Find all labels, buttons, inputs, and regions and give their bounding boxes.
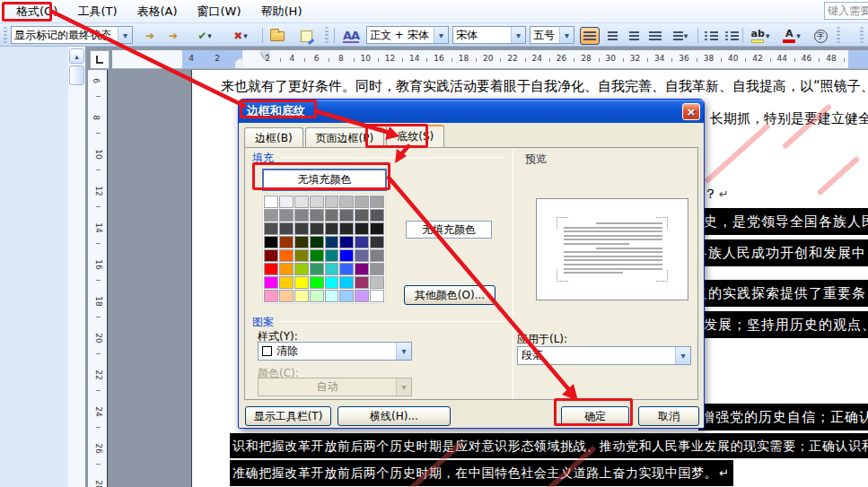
font-combo[interactable]: 宋体 ▾ [452, 26, 526, 44]
scrollbar-thumb[interactable] [69, 65, 84, 85]
palette-swatch[interactable] [264, 196, 278, 208]
palette-swatch[interactable] [325, 290, 339, 302]
palette-swatch[interactable] [279, 249, 294, 262]
pattern-style-combo[interactable]: 清除 ▾ [258, 342, 412, 361]
palette-swatch[interactable] [355, 222, 369, 235]
palette-swatch[interactable] [325, 222, 339, 235]
toolbar-grip[interactable] [4, 27, 7, 43]
palette-swatch[interactable] [339, 222, 354, 235]
menu-tools[interactable]: 工具(T) [68, 1, 127, 22]
palette-swatch[interactable] [310, 276, 324, 289]
previous-change-button[interactable]: ➔ [140, 27, 160, 45]
palette-swatch[interactable] [294, 209, 309, 222]
palette-swatch[interactable] [339, 263, 354, 275]
vertical-ruler[interactable]: 6810121416182022242628 [88, 70, 108, 487]
align-distribute-button[interactable] [645, 27, 665, 45]
palette-swatch[interactable] [264, 249, 278, 262]
palette-swatch[interactable] [370, 236, 384, 248]
display-for-review-combo[interactable]: 显示标记的最终状态 ▾ [11, 26, 133, 44]
font-size-combo[interactable]: 五号 ▾ [530, 26, 574, 44]
chevron-down-icon[interactable]: ▾ [684, 31, 688, 40]
next-change-button[interactable]: ➔ [163, 27, 183, 45]
palette-swatch[interactable] [264, 209, 278, 222]
accept-change-button[interactable]: ✔▾ [190, 27, 219, 45]
palette-swatch[interactable] [310, 196, 324, 208]
palette-swatch[interactable] [355, 196, 369, 208]
palette-swatch[interactable] [355, 209, 369, 222]
palette-swatch[interactable] [310, 249, 324, 262]
palette-swatch[interactable] [310, 236, 324, 248]
palette-swatch[interactable] [279, 222, 294, 235]
palette-swatch[interactable] [264, 222, 278, 235]
palette-swatch[interactable] [325, 209, 339, 222]
chevron-down-icon[interactable]: ▾ [243, 31, 248, 40]
chevron-down-icon[interactable]: ▾ [207, 31, 212, 40]
palette-swatch[interactable] [310, 209, 324, 222]
palette-swatch[interactable] [294, 196, 309, 208]
palette-swatch[interactable] [370, 196, 384, 208]
palette-swatch[interactable] [370, 290, 384, 302]
type-question-box[interactable]: 键入需要 [824, 2, 868, 20]
palette-swatch[interactable] [339, 209, 354, 222]
horizontal-ruler[interactable]: 4224681012141618202224262830323436384042… [112, 50, 868, 69]
palette-swatch[interactable] [294, 222, 309, 235]
palette-swatch[interactable] [325, 236, 339, 248]
tab-shading[interactable]: 底纹(S) [386, 125, 444, 147]
align-center-button[interactable] [602, 27, 622, 45]
toolbar-grip[interactable] [325, 27, 329, 43]
palette-swatch[interactable] [279, 263, 294, 275]
palette-swatch[interactable] [339, 249, 354, 262]
palette-swatch[interactable] [264, 290, 278, 302]
cancel-button[interactable]: 取消 [638, 406, 699, 426]
palette-swatch[interactable] [355, 276, 369, 289]
palette-swatch[interactable] [279, 290, 294, 302]
palette-swatch[interactable] [279, 276, 294, 289]
align-right-button[interactable] [624, 27, 644, 45]
toolbar-grip[interactable] [837, 27, 840, 43]
line-spacing-button[interactable]: ▾ [667, 27, 694, 45]
apply-to-combo[interactable]: 段落 ▾ [517, 346, 691, 365]
menu-table[interactable]: 表格(A) [127, 1, 188, 22]
menu-help[interactable]: 帮助(H) [252, 1, 313, 22]
reject-change-button[interactable]: ✖▾ [226, 27, 255, 45]
tab-page-border[interactable]: 页面边框(P) [305, 127, 385, 147]
ok-button[interactable]: 确定 [561, 406, 629, 426]
palette-swatch[interactable] [310, 290, 324, 302]
palette-swatch[interactable] [310, 263, 324, 275]
palette-swatch[interactable] [325, 249, 339, 262]
no-fill-button[interactable]: 无填充颜色 [406, 221, 492, 239]
enclose-characters-button[interactable]: 字 [811, 27, 830, 45]
horizontal-line-button[interactable]: 横线(H)... [338, 406, 451, 426]
reviewing-pane-button[interactable] [267, 27, 287, 45]
tab-borders[interactable]: 边框(B) [244, 127, 303, 147]
palette-swatch[interactable] [279, 209, 294, 222]
palette-swatch[interactable] [279, 236, 294, 248]
palette-swatch[interactable] [339, 290, 354, 302]
chevron-down-icon[interactable]: ▾ [434, 27, 448, 43]
palette-swatch[interactable] [355, 236, 369, 248]
palette-swatch[interactable] [264, 236, 278, 248]
document-map-pane[interactable] [0, 47, 67, 487]
palette-swatch[interactable] [370, 209, 384, 222]
palette-swatch[interactable] [355, 249, 369, 262]
palette-swatch[interactable] [339, 196, 354, 208]
menu-format[interactable]: 格式(O) [7, 1, 68, 22]
style-combo[interactable]: 正文 + 宋体 ▾ [366, 26, 449, 44]
palette-swatch[interactable] [325, 263, 339, 275]
chevron-down-icon[interactable]: ▾ [118, 27, 132, 43]
more-colors-button[interactable]: 其他颜色(O)... [404, 285, 495, 305]
palette-swatch[interactable] [294, 263, 309, 275]
palette-swatch[interactable] [294, 249, 309, 262]
close-button[interactable]: × [682, 103, 700, 120]
palette-swatch[interactable] [310, 222, 324, 235]
bullets-button[interactable] [722, 27, 741, 45]
palette-swatch[interactable] [370, 263, 384, 275]
palette-swatch[interactable] [339, 236, 354, 248]
palette-swatch[interactable] [279, 196, 294, 208]
highlight-button[interactable]: ab ▾ [746, 27, 775, 45]
align-justify-button[interactable] [580, 27, 600, 45]
scroll-up-button[interactable]: ▴ [69, 48, 84, 64]
menu-window[interactable]: 窗口(W) [189, 1, 252, 22]
chevron-down-icon[interactable]: ▾ [396, 343, 411, 360]
palette-swatch[interactable] [339, 276, 354, 289]
